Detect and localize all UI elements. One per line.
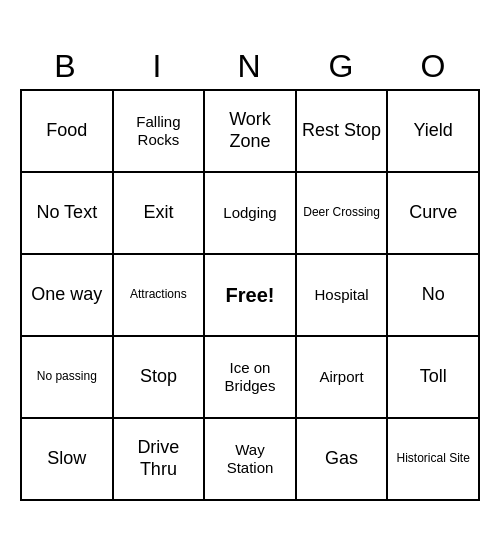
- cell-2-3: Hospital: [297, 255, 389, 337]
- cell-0-4: Yield: [388, 91, 480, 173]
- cell-0-2: Work Zone: [205, 91, 297, 173]
- cell-1-0: No Text: [22, 173, 114, 255]
- cell-1-2: Lodging: [205, 173, 297, 255]
- header-letter: I: [112, 44, 204, 89]
- cell-2-1: Attractions: [114, 255, 206, 337]
- cell-4-4: Historical Site: [388, 419, 480, 501]
- cell-4-2: Way Station: [205, 419, 297, 501]
- cell-0-1: Falling Rocks: [114, 91, 206, 173]
- cell-0-0: Food: [22, 91, 114, 173]
- cell-4-0: Slow: [22, 419, 114, 501]
- cell-1-4: Curve: [388, 173, 480, 255]
- cell-3-2: Ice on Bridges: [205, 337, 297, 419]
- cell-4-1: Drive Thru: [114, 419, 206, 501]
- cell-0-3: Rest Stop: [297, 91, 389, 173]
- cell-1-1: Exit: [114, 173, 206, 255]
- cell-2-4: No: [388, 255, 480, 337]
- cell-3-4: Toll: [388, 337, 480, 419]
- cell-3-0: No passing: [22, 337, 114, 419]
- header-letter: O: [388, 44, 480, 89]
- header-letter: N: [204, 44, 296, 89]
- bingo-header: BINGO: [20, 44, 480, 89]
- bingo-grid: FoodFalling RocksWork ZoneRest StopYield…: [20, 89, 480, 501]
- cell-3-3: Airport: [297, 337, 389, 419]
- cell-3-1: Stop: [114, 337, 206, 419]
- cell-2-2: Free!: [205, 255, 297, 337]
- header-letter: G: [296, 44, 388, 89]
- cell-2-0: One way: [22, 255, 114, 337]
- cell-1-3: Deer Crossing: [297, 173, 389, 255]
- cell-4-3: Gas: [297, 419, 389, 501]
- header-letter: B: [20, 44, 112, 89]
